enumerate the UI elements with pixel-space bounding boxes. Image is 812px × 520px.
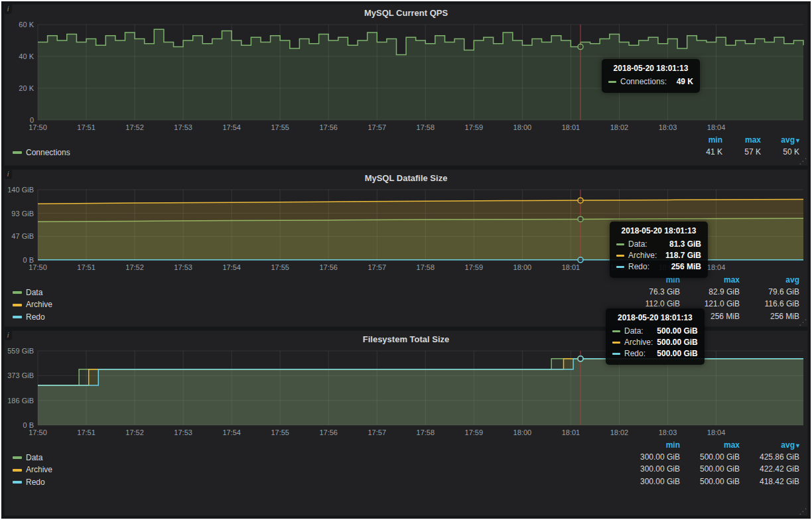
y-tick-label: 40 K (19, 52, 34, 60)
hover-point-redo (578, 257, 583, 263)
series-swatch (13, 469, 22, 472)
legend-series-redo[interactable]: Redo (13, 478, 45, 487)
chart-tooltip: 2018-05-20 18:01:13 Data: 81.3 GiB Archi… (610, 222, 708, 278)
legend-header-avg-label: avg (781, 135, 795, 145)
tooltip-series-value: 81.3 GiB (669, 239, 701, 250)
series-swatch (13, 151, 22, 154)
legend-min-value: 300.00 GiB (623, 451, 683, 464)
tooltip-timestamp: 2018-05-20 18:01:13 (608, 64, 693, 73)
x-tick-label: 17:59 (465, 263, 484, 271)
legend-header-spacer (10, 440, 623, 451)
tooltip-series-label: Redo: (628, 261, 649, 273)
x-tick-label: 18:00 (513, 263, 532, 271)
legend-series-label: Data (26, 288, 42, 298)
legend-avg-value: 256 MiB (742, 310, 802, 323)
legend-series-archive[interactable]: Archive (13, 465, 52, 475)
panel-resize-handle[interactable]: ⋰ (799, 507, 807, 515)
y-tick-label: 20 K (19, 84, 34, 92)
hover-point-archive (578, 198, 583, 203)
legend-min-value: 41 K (687, 146, 725, 159)
x-tick-label: 18:00 (513, 428, 532, 436)
panel-resize-handle[interactable]: ⋰ (799, 318, 807, 326)
x-tick-label: 17:53 (174, 123, 192, 131)
y-tick-label: 93 GiB (11, 210, 34, 218)
y-tick-label: 60 K (19, 22, 34, 29)
panel-info-icon[interactable]: i (5, 331, 12, 340)
legend-max-value: 500.00 GiB (683, 451, 742, 464)
legend-series-redo[interactable]: Redo (13, 312, 45, 322)
legend-series-archive[interactable]: Archive (13, 300, 52, 310)
legend-avg-value: 422.42 GiB (742, 464, 802, 476)
tooltip-series-label: Data: (628, 239, 647, 250)
x-tick-label: 17:56 (319, 123, 338, 131)
tooltip-timestamp: 2018-05-20 18:01:13 (612, 313, 698, 322)
legend-header-avg[interactable]: avg▾ (764, 135, 802, 146)
tooltip-series-value: 256 MiB (671, 261, 701, 273)
legend-header-max[interactable]: max (683, 440, 742, 451)
x-tick-label: 18:01 (562, 123, 580, 131)
tooltip-row: Redo: 500.00 GiB (612, 348, 698, 359)
legend-max-value: 82.9 GiB (683, 286, 742, 298)
x-tick-label: 17:51 (77, 263, 96, 271)
panel-resize-handle[interactable]: ⋰ (799, 157, 807, 165)
legend-series-data[interactable]: Data (13, 453, 42, 463)
x-tick-label: 17:55 (271, 263, 289, 271)
legend-series-data[interactable]: Data (13, 288, 42, 298)
y-tick-label: 0 B (23, 256, 34, 264)
hover-point-data (578, 216, 583, 222)
panel-info-icon[interactable]: i (5, 5, 12, 14)
legend-avg-value: 79.6 GiB (742, 286, 802, 298)
legend-series-label: Redo (26, 478, 45, 487)
series-swatch (13, 316, 22, 318)
panel-title[interactable]: MySQL Current QPS (5, 5, 807, 22)
legend-header-spacer (10, 135, 687, 146)
legend-series-label: Archive (26, 465, 52, 475)
legend-series-label: Connections (26, 148, 70, 158)
legend-max-value: 57 K (725, 146, 764, 159)
legend-header-min[interactable]: min (687, 135, 725, 146)
y-tick-label: 186 GiB (7, 397, 34, 405)
sort-caret-icon: ▾ (796, 137, 799, 144)
legend-row: Data 76.3 GiB 82.9 GiB 79.6 GiB (10, 286, 802, 298)
x-tick-label: 17:59 (465, 428, 484, 436)
y-tick-label: 373 GiB (7, 371, 34, 379)
legend-header-avg[interactable]: avg (742, 275, 802, 286)
x-tick-label: 18:04 (707, 428, 726, 436)
legend-header-max[interactable]: max (725, 135, 764, 146)
legend-avg-value: 418.42 GiB (742, 476, 802, 488)
y-tick-label: 0 (30, 116, 34, 124)
legend-series-connections[interactable]: Connections (13, 148, 70, 158)
legend: min max avg▾ Data 300.00 GiB 500.00 GiB … (5, 438, 807, 488)
series-swatch (616, 266, 624, 268)
panel-title[interactable]: MySQL Datafile Size (5, 170, 807, 187)
legend-header-min[interactable]: min (623, 440, 683, 451)
x-tick-label: 18:04 (707, 263, 726, 271)
series-fill-redo (38, 359, 803, 425)
tooltip-series-value: 500.00 GiB (657, 326, 697, 337)
tooltip-timestamp: 2018-05-20 18:01:13 (616, 226, 701, 235)
series-swatch (612, 342, 620, 344)
panel-info-icon[interactable]: i (5, 170, 12, 179)
x-tick-label: 17:54 (222, 428, 241, 436)
panel-mysql-datafile-size: i MySQL Datafile Size 17:5017:5117:5217:… (4, 169, 808, 327)
tooltip-row: Redo: 256 MiB (616, 261, 701, 273)
x-tick-label: 17:58 (417, 263, 435, 271)
legend-series-label: Data (26, 453, 42, 463)
tooltip-series-label: Connections: (620, 76, 667, 88)
x-tick-label: 17:52 (125, 428, 144, 436)
x-tick-label: 17:51 (77, 123, 96, 131)
x-tick-label: 17:56 (319, 263, 338, 271)
legend-avg-value: 425.86 GiB (742, 451, 802, 464)
x-tick-label: 17:53 (174, 428, 192, 436)
tooltip-series-value: 500.00 GiB (657, 348, 697, 359)
x-tick-label: 18:00 (513, 123, 532, 131)
legend-header-avg[interactable]: avg▾ (742, 440, 802, 451)
y-tick-label: 559 GiB (7, 348, 34, 355)
tooltip-series-value: 500.00 GiB (657, 337, 697, 348)
x-tick-label: 17:57 (368, 428, 387, 436)
x-tick-label: 17:50 (29, 123, 47, 131)
legend-header-spacer (10, 275, 623, 286)
series-swatch (616, 255, 624, 257)
legend-row: Connections 41 K 57 K 50 K (10, 146, 802, 159)
x-tick-label: 17:55 (271, 123, 289, 131)
